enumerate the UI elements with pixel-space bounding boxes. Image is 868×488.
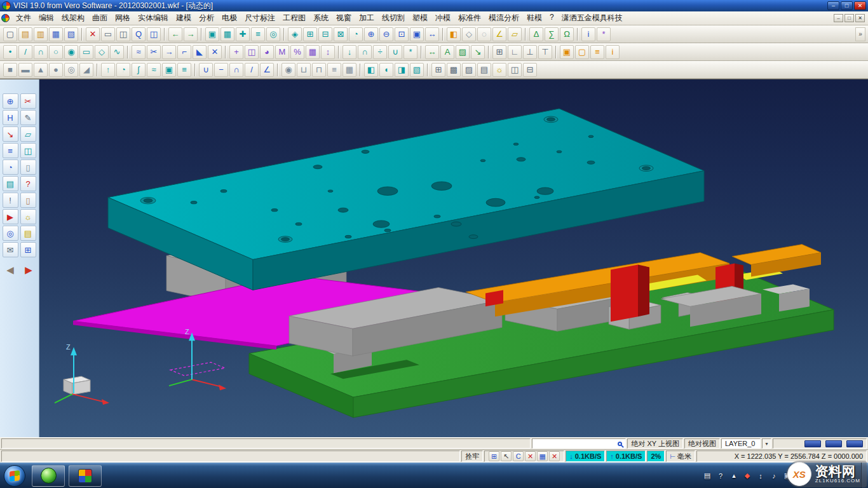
fillet-icon[interactable]: ⌐ — [177, 45, 191, 59]
menu-item[interactable]: ? — [546, 12, 558, 24]
tray-volume-icon[interactable]: ♪ — [770, 472, 778, 480]
minimize-button[interactable]: – — [827, 1, 839, 10]
open-folder-icon[interactable]: ▤ — [18, 27, 32, 41]
zoom-in-icon[interactable]: ⊕ — [364, 27, 378, 41]
cursor-status-icon[interactable]: ↖ — [501, 451, 512, 461]
grid-display-icon[interactable]: ⊞ — [431, 63, 445, 77]
rotate-view-icon[interactable]: ◔ — [349, 27, 363, 41]
mirror-icon[interactable]: M — [275, 45, 289, 59]
options-icon[interactable]: * — [597, 27, 611, 41]
new-file-icon[interactable]: ▢ — [3, 27, 17, 41]
note-tool-icon[interactable]: ▤ — [20, 226, 36, 241]
query-tool-icon[interactable]: ? — [20, 176, 36, 191]
offset-icon[interactable]: ≈ — [132, 45, 146, 59]
sweep-icon[interactable]: ∫ — [132, 63, 146, 77]
surface-tool-icon[interactable]: ▱ — [20, 126, 36, 142]
boss-icon[interactable]: ⊓ — [312, 63, 326, 77]
workplane-icon[interactable]: ▱ — [508, 27, 522, 41]
menu-item[interactable]: 视窗 — [332, 12, 355, 24]
tray-network-icon[interactable]: ↕ — [756, 472, 765, 480]
revolve-icon[interactable]: ◔ — [116, 63, 130, 77]
scale-icon[interactable]: % — [290, 45, 304, 59]
trim-icon[interactable]: ✂ — [147, 45, 161, 59]
arc-icon[interactable]: ∩ — [34, 45, 48, 59]
ortho-icon[interactable]: ∟ — [508, 45, 522, 59]
rib-icon[interactable]: ≡ — [327, 63, 341, 77]
array-icon[interactable]: ▦ — [306, 45, 320, 59]
menu-item[interactable]: 网格 — [111, 12, 134, 24]
undo-icon[interactable]: ← — [168, 27, 182, 41]
pin-tool-icon[interactable]: ! — [3, 193, 18, 208]
jump-tool-icon[interactable]: ↘ — [3, 126, 18, 142]
analysis-icon[interactable]: ∑ — [545, 27, 559, 41]
spline-icon[interactable]: ∿ — [110, 45, 124, 59]
lock-toggle[interactable]: 拴牢 — [461, 451, 483, 462]
menu-item[interactable]: 系统 — [309, 12, 332, 24]
lamp-tool-icon[interactable]: ☼ — [20, 209, 36, 224]
menu-item[interactable]: 工程图 — [279, 12, 309, 24]
view-iso-icon[interactable]: ◈ — [288, 27, 302, 41]
view-right-icon[interactable]: ⊠ — [334, 27, 348, 41]
view-top-icon[interactable]: ⊞ — [303, 27, 317, 41]
pan-icon[interactable]: ↔ — [425, 27, 439, 41]
material-icon[interactable]: ▨ — [462, 63, 476, 77]
point-icon[interactable]: • — [3, 45, 17, 59]
sphere-solid-icon[interactable]: ● — [49, 63, 63, 77]
extrude-icon[interactable]: ↑ — [101, 63, 115, 77]
info-icon[interactable]: i — [581, 27, 595, 41]
zoom-fit-icon[interactable]: ▣ — [410, 27, 424, 41]
menu-item[interactable]: 冲模 — [431, 12, 454, 24]
boolean-union-icon[interactable]: ∪ — [199, 63, 213, 77]
snap-grid-status-icon[interactable]: ⊞ — [489, 451, 499, 461]
menu-item[interactable]: 线切割 — [378, 12, 409, 24]
face-edit-icon[interactable]: ◧ — [364, 63, 378, 77]
flag-tool-icon[interactable]: ▶ — [3, 209, 18, 224]
section-view-icon[interactable]: ⊟ — [523, 63, 537, 77]
workspace-chip-1[interactable] — [804, 440, 821, 447]
explode-icon[interactable]: * — [403, 45, 417, 59]
delete-icon[interactable]: ✕ — [86, 27, 100, 41]
pocket-icon[interactable]: ⊔ — [297, 63, 311, 77]
work-axes-icon[interactable]: ∠ — [492, 27, 506, 41]
cone-solid-icon[interactable]: ▲ — [34, 63, 48, 77]
view-mode-button[interactable]: 绝对 XY 上视图 — [627, 438, 683, 449]
start-button[interactable] — [4, 465, 25, 487]
clipboard-tool-icon[interactable]: ▯ — [20, 193, 36, 208]
break-icon[interactable]: ✕ — [208, 45, 222, 59]
menu-item[interactable]: 线架构 — [58, 12, 88, 24]
doc-restore-button[interactable]: □ — [844, 14, 854, 22]
snap-grid-icon[interactable]: ⊞ — [492, 45, 506, 59]
cut-tool-icon[interactable]: ✂ — [20, 93, 36, 109]
rectangle-icon[interactable]: ▭ — [79, 45, 93, 59]
rotate-icon[interactable]: ◕ — [260, 45, 274, 59]
polygon-icon[interactable]: ◇ — [95, 45, 109, 59]
project-icon[interactable]: ↓ — [342, 45, 356, 59]
measure-icon[interactable]: ∆ — [529, 27, 543, 41]
draft-icon[interactable]: ∠ — [260, 63, 274, 77]
maximize-button[interactable]: □ — [841, 1, 853, 10]
forward-arrow-icon[interactable]: ▶ — [21, 262, 37, 278]
stack-tool-icon[interactable]: ≡ — [3, 143, 18, 158]
group-icon[interactable]: ▣ — [560, 45, 574, 59]
menu-item[interactable]: 加工 — [355, 12, 378, 24]
cylinder-solid-icon[interactable]: ▬ — [18, 63, 32, 77]
grid-small-status-icon[interactable]: ▦ — [537, 451, 548, 461]
torus-solid-icon[interactable]: ◎ — [64, 63, 78, 77]
render-icon[interactable]: ▩ — [447, 63, 461, 77]
menu-item[interactable]: 编辑 — [35, 12, 58, 24]
zoom-out-icon[interactable]: ⊖ — [379, 27, 393, 41]
menu-item[interactable]: 电极 — [218, 12, 241, 24]
properties-icon[interactable]: i — [606, 45, 620, 59]
attributes-icon[interactable]: ≡ — [590, 45, 604, 59]
edit-tool-icon[interactable]: ✎ — [20, 110, 36, 125]
notebook-tool-icon[interactable]: ▤ — [3, 176, 18, 191]
search-input[interactable] — [536, 439, 618, 448]
doc-minimize-button[interactable]: – — [834, 14, 843, 22]
visibility-icon[interactable]: ◎ — [266, 27, 280, 41]
menu-item[interactable]: 尺寸标注 — [241, 12, 279, 24]
zoom-in-tool-icon[interactable]: ⊕ — [3, 93, 18, 109]
menu-item[interactable]: 分析 — [195, 12, 218, 24]
edge-blend-icon[interactable]: ◖ — [379, 63, 393, 77]
ellipse-icon[interactable]: ◉ — [64, 45, 78, 59]
menu-item[interactable]: 潇洒五金模具科技 — [558, 12, 627, 24]
